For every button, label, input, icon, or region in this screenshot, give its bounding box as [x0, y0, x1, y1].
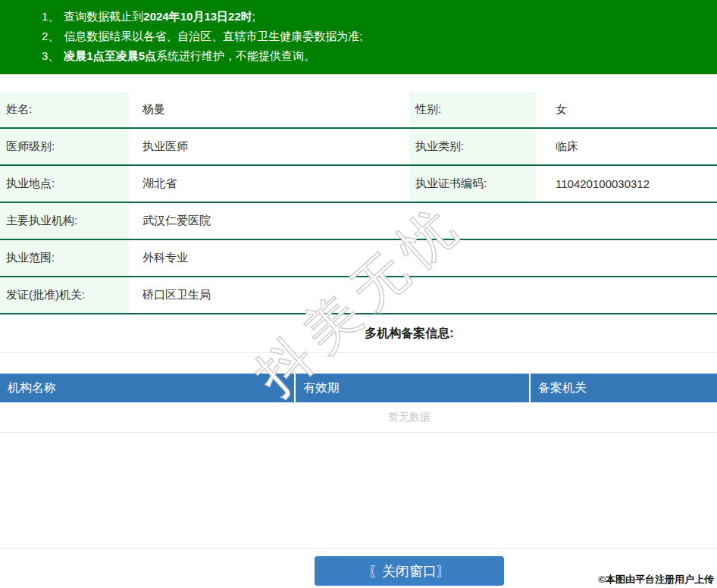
close-window-button[interactable]: 〖关闭窗口〗	[315, 556, 504, 586]
table-row: 姓名: 杨曼 性别: 女	[0, 92, 717, 129]
gender-value: 女	[536, 92, 717, 127]
practice-scope-value: 外科专业	[129, 240, 717, 276]
table-row: 执业地点: 湖北省 执业证书编码: 110420100030312	[0, 166, 717, 203]
notice-number: 3、	[42, 49, 59, 62]
notice-text: 系统进行维护，不能提供查询。	[156, 49, 315, 62]
notice-text-bold: 2024年10月13日22时	[143, 10, 252, 23]
table-row: 发证(批准)机关: 硚口区卫生局	[0, 277, 717, 314]
name-value: 杨曼	[129, 92, 409, 127]
main-institution-value: 武汉仁爱医院	[129, 203, 717, 239]
notice-line: 1、查询数据截止到2024年10月13日22时;	[42, 7, 717, 27]
practice-location-label: 执业地点:	[0, 166, 129, 202]
practice-category-label: 执业类别:	[409, 129, 536, 164]
notice-text: 查询数据截止到	[64, 10, 143, 23]
notice-line: 3、凌晨1点至凌晨5点系统进行维护，不能提供查询。	[42, 46, 717, 66]
no-data-message: 暂无数据	[0, 402, 717, 433]
notice-number: 2、	[42, 30, 59, 42]
doctor-level-value: 执业医师	[129, 129, 409, 164]
divider	[0, 352, 717, 353]
notice-text: 信息数据结果以各省、自治区、直辖市卫生健康委数据为准;	[64, 30, 362, 42]
practitioner-info-table: 姓名: 杨曼 性别: 女 医师级别: 执业医师 执业类别: 临床 执业地点: 湖…	[0, 92, 717, 314]
notice-text-bold: 凌晨1点至凌晨5点	[64, 49, 156, 62]
notice-number: 1、	[42, 10, 59, 23]
multi-institution-section-title: 多机构备案信息:	[0, 314, 717, 352]
issuing-authority-value: 硚口区卫生局	[129, 277, 717, 313]
gender-label: 性别:	[409, 92, 536, 127]
notice-banner: 1、查询数据截止到2024年10月13日22时; 2、信息数据结果以各省、自治区…	[0, 0, 717, 74]
practice-scope-label: 执业范围:	[0, 240, 129, 276]
certificate-number-label: 执业证书编码:	[409, 166, 536, 202]
records-table-header: 机构名称 有效期 备案机关	[0, 374, 717, 402]
column-header-institution: 机构名称	[0, 374, 296, 402]
table-row: 医师级别: 执业医师 执业类别: 临床	[0, 129, 717, 166]
content-container: 1、查询数据截止到2024年10月13日22时; 2、信息数据结果以各省、自治区…	[0, 0, 717, 586]
table-row: 执业范围: 外科专业	[0, 240, 717, 277]
copyright-stamp: ©本图由平台注册用户上传	[598, 573, 714, 586]
notice-text: ;	[252, 10, 255, 23]
table-row: 主要执业机构: 武汉仁爱医院	[0, 203, 717, 240]
column-header-filing-authority: 备案机关	[531, 374, 717, 402]
spacer	[0, 433, 717, 548]
practice-category-value: 临床	[536, 129, 717, 164]
practice-location-value: 湖北省	[129, 166, 409, 202]
issuing-authority-label: 发证(批准)机关:	[0, 277, 129, 313]
doctor-level-label: 医师级别:	[0, 129, 129, 164]
license-query-result-page: 1、查询数据截止到2024年10月13日22时; 2、信息数据结果以各省、自治区…	[0, 0, 717, 588]
notice-line: 2、信息数据结果以各省、自治区、直辖市卫生健康委数据为准;	[42, 27, 717, 46]
main-institution-label: 主要执业机构:	[0, 203, 129, 239]
name-label: 姓名:	[0, 92, 129, 127]
certificate-number-value: 110420100030312	[536, 166, 717, 202]
column-header-validity: 有效期	[296, 374, 531, 402]
